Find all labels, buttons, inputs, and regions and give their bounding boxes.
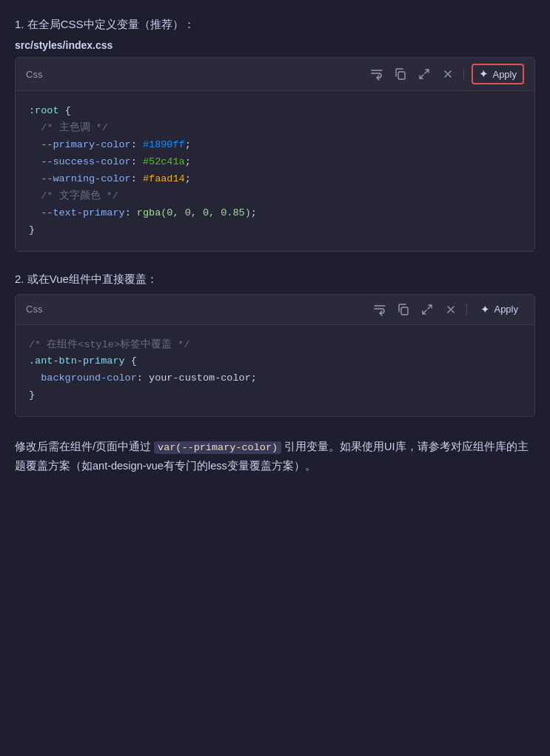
svg-rect-0 [398, 72, 405, 79]
toolbar-icons-2: ✦ Apply [372, 301, 524, 318]
copy-icon-1[interactable] [392, 66, 409, 82]
section-1-title: 1. 在全局CSS中定义变量（推荐）： [15, 18, 535, 32]
code-line: /* 主色调 */ [29, 120, 521, 137]
sparkle-icon-2: ✦ [480, 303, 490, 316]
apply-button-1[interactable]: ✦ Apply [472, 64, 524, 84]
code-line: --text-primary: rgba(0, 0, 0, 0.85); [29, 205, 521, 222]
code-line: background-color: your-custom-color; [29, 370, 521, 387]
footer-highlight: var(--primary-color) [154, 441, 281, 454]
code-line: :root { [29, 103, 521, 120]
footer-before: 修改后需在组件/页面中通过 [15, 441, 154, 452]
wrap-icon-2[interactable] [372, 301, 388, 318]
code-line: /* 文字颜色 */ [29, 188, 521, 205]
code-body-1: :root { /* 主色调 */ --primary-color: #1890… [16, 91, 534, 251]
section-1: 1. 在全局CSS中定义变量（推荐）： src/styles/index.css… [15, 18, 535, 252]
code-line: --success-color: #52c41a; [29, 154, 521, 171]
code-line: .ant-btn-primary { [29, 353, 521, 370]
code-toolbar-1: Css [16, 58, 534, 91]
code-toolbar-2: Css [16, 295, 534, 325]
file-label-1: src/styles/index.css [15, 39, 535, 51]
code-block-2: Css [15, 294, 535, 418]
code-line: --warning-color: #faad14; [29, 171, 521, 188]
expand-icon-1[interactable] [416, 66, 432, 82]
code-line: /* 在组件<style>标签中覆盖 */ [29, 337, 521, 354]
copy-icon-2[interactable] [395, 301, 412, 318]
collapse-icon-1[interactable] [440, 66, 456, 82]
apply-label-2: Apply [494, 304, 518, 315]
collapse-icon-2[interactable] [443, 301, 459, 318]
code-body-2: /* 在组件<style>标签中覆盖 */ .ant-btn-primary {… [16, 325, 534, 417]
toolbar-separator-1 [463, 68, 464, 80]
code-lang-1: Css [26, 69, 42, 80]
code-line: } [29, 222, 521, 239]
code-lang-2: Css [26, 304, 42, 315]
sparkle-icon-1: ✦ [479, 67, 489, 81]
section-2: 2. 或在Vue组件中直接覆盖： Css [15, 272, 535, 418]
section-2-title: 2. 或在Vue组件中直接覆盖： [15, 272, 535, 287]
code-block-1: Css [15, 57, 535, 252]
apply-button-2[interactable]: ✦ Apply [474, 301, 524, 318]
apply-label-1: Apply [492, 69, 517, 80]
toolbar-icons-1: ✦ Apply [369, 64, 524, 84]
code-line: --primary-color: #1890ff; [29, 137, 521, 154]
svg-rect-1 [401, 307, 408, 315]
footer-text: 修改后需在组件/页面中通过 var(--primary-color) 引用变量。… [15, 438, 535, 475]
expand-icon-2[interactable] [419, 301, 435, 318]
code-line: } [29, 387, 521, 404]
toolbar-separator-2 [466, 304, 467, 315]
wrap-icon-1[interactable] [369, 66, 385, 82]
